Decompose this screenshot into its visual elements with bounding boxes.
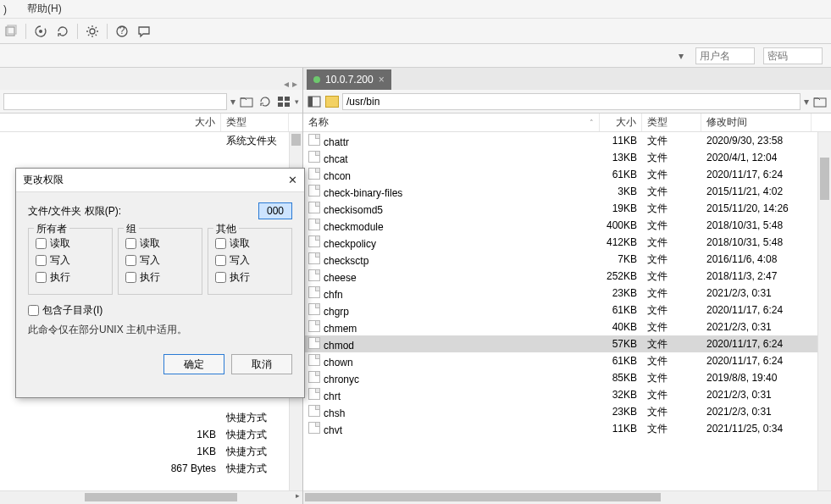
chat-icon[interactable] [136, 24, 152, 39]
file-size: 40KB [600, 321, 642, 333]
group-read-checkbox[interactable]: 读取 [125, 236, 195, 251]
ok-button[interactable]: 确定 [163, 354, 224, 374]
up-folder-icon[interactable] [239, 94, 254, 109]
username-input[interactable] [695, 47, 755, 64]
file-row[interactable]: chgrp 61KB 文件 2020/11/17, 6:24 [303, 302, 831, 318]
file-name: cheese [303, 269, 600, 284]
right-pane: 10.0.7.200 × ▾ 名称˄ 大小 类型 修改时间 chattr 11K… [303, 68, 831, 504]
item-size: 867 Bytes [162, 462, 221, 474]
file-name: chronyc [303, 371, 600, 385]
list-item[interactable]: 快捷方式 [0, 409, 289, 426]
file-size: 57KB [600, 338, 642, 350]
owner-write-checkbox[interactable]: 写入 [36, 253, 105, 268]
file-size: 61KB [600, 355, 642, 367]
file-row[interactable]: cheese 252KB 文件 2018/11/3, 2:47 [303, 268, 831, 285]
file-row[interactable]: chrt 32KB 文件 2021/2/3, 0:31 [303, 386, 831, 403]
file-name: chmod [303, 337, 600, 352]
list-item[interactable]: 867 Bytes 快捷方式 [0, 460, 289, 477]
right-col-type[interactable]: 类型 [642, 114, 701, 131]
right-h-scrollbar[interactable] [303, 490, 831, 504]
left-top-row[interactable]: 系统文件夹 [0, 132, 302, 149]
list-item[interactable]: 1KB 快捷方式 [0, 426, 289, 443]
file-type: 文件 [642, 235, 701, 250]
folder-icon [325, 96, 339, 108]
left-col-size[interactable]: 大小 [162, 114, 221, 131]
file-date: 2020/11/17, 6:24 [701, 169, 812, 180]
file-type: 文件 [642, 168, 701, 182]
file-row[interactable]: chcon 61KB 文件 2020/11/17, 6:24 [303, 166, 831, 183]
password-input[interactable] [763, 47, 823, 64]
file-row[interactable]: chcat 13KB 文件 2020/4/1, 12:04 [303, 149, 831, 166]
session-tab[interactable]: 10.0.7.200 × [307, 69, 391, 90]
permissions-input[interactable] [258, 202, 292, 219]
chevron-down-icon[interactable]: ▾ [295, 97, 299, 106]
cancel-button[interactable]: 取消 [231, 354, 292, 374]
file-row[interactable]: chsh 23KB 文件 2021/2/3, 0:31 [303, 403, 831, 420]
swirl-icon[interactable] [33, 24, 48, 39]
group-write-checkbox[interactable]: 写入 [125, 253, 195, 268]
right-list-body[interactable]: chattr 11KB 文件 2020/9/30, 23:58chcat 13K… [303, 132, 831, 490]
file-type: 文件 [642, 151, 701, 165]
left-tab-nav[interactable]: ◂▸ [0, 78, 302, 90]
owner-exec-checkbox[interactable]: 执行 [36, 270, 105, 285]
up-folder-icon[interactable] [812, 94, 828, 109]
menubar: ) 帮助(H) [0, 0, 831, 19]
file-type: 文件 [642, 388, 701, 402]
other-write-checkbox[interactable]: 写入 [215, 253, 285, 268]
chevron-down-icon[interactable]: ▾ [230, 96, 235, 108]
menu-item-partial[interactable]: ) [3, 3, 17, 15]
right-path-input[interactable] [342, 93, 801, 110]
file-row[interactable]: chown 61KB 文件 2020/11/17, 6:24 [303, 352, 831, 369]
file-icon [308, 388, 320, 400]
file-row[interactable]: chronyc 85KB 文件 2019/8/8, 19:40 [303, 369, 831, 386]
host-dropdown-icon[interactable]: ▾ [675, 50, 687, 62]
file-icon [308, 235, 320, 247]
toolbar-icon-1[interactable] [3, 24, 19, 39]
help-icon[interactable]: ? [114, 24, 130, 39]
file-icon [308, 303, 320, 315]
file-row[interactable]: checksctp 7KB 文件 2016/11/6, 4:08 [303, 251, 831, 268]
include-subdir-checkbox[interactable]: 包含子目录(I) [28, 303, 292, 318]
file-row[interactable]: checkmodule 400KB 文件 2018/10/31, 5:48 [303, 217, 831, 234]
file-row[interactable]: chmem 40KB 文件 2021/2/3, 0:31 [303, 318, 831, 335]
file-row[interactable]: check-binary-files 3KB 文件 2015/11/21, 4:… [303, 183, 831, 200]
list-item[interactable]: 1KB 快捷方式 [0, 443, 289, 460]
other-read-checkbox[interactable]: 读取 [215, 236, 285, 251]
refresh-icon[interactable] [55, 24, 70, 39]
file-row[interactable]: chfn 23KB 文件 2021/2/3, 0:31 [303, 285, 831, 302]
left-path-input[interactable] [3, 93, 227, 110]
file-row[interactable]: checkpolicy 412KB 文件 2018/10/31, 5:48 [303, 234, 831, 251]
right-col-name[interactable]: 名称˄ [303, 114, 600, 131]
close-icon[interactable]: ✕ [288, 174, 297, 186]
file-date: 2020/11/17, 6:24 [701, 304, 812, 316]
group-group-title: 组 [124, 222, 139, 236]
other-group: 其他 读取 写入 执行 [208, 228, 292, 295]
group-exec-checkbox[interactable]: 执行 [125, 270, 195, 285]
file-name: checkmodule [303, 219, 600, 233]
left-h-scrollbar[interactable]: ▸ [0, 490, 302, 504]
menu-item-help[interactable]: 帮助(H) [27, 2, 62, 16]
toolbar-separator [107, 24, 108, 39]
file-type: 文件 [642, 202, 701, 216]
right-col-date[interactable]: 修改时间 [701, 114, 812, 131]
view-mode-icon[interactable] [276, 94, 291, 109]
dialog-titlebar[interactable]: 更改权限 ✕ [16, 169, 304, 192]
file-row[interactable]: checkisomd5 19KB 文件 2015/11/20, 14:26 [303, 200, 831, 217]
close-tab-icon[interactable]: × [379, 74, 385, 86]
left-col-type[interactable]: 类型 [221, 114, 289, 131]
owner-read-checkbox[interactable]: 读取 [36, 236, 105, 251]
other-exec-checkbox[interactable]: 执行 [215, 270, 285, 285]
file-name: chgrp [303, 303, 600, 318]
file-size: 85KB [600, 372, 642, 384]
file-type: 文件 [642, 320, 701, 335]
file-row[interactable]: chmod 57KB 文件 2020/11/17, 6:24 [303, 335, 831, 352]
right-col-size[interactable]: 大小 [600, 114, 642, 131]
panel-toggle-icon[interactable] [307, 94, 322, 109]
file-row[interactable]: chvt 11KB 文件 2021/11/25, 0:34 [303, 420, 831, 437]
status-dot-icon [313, 76, 320, 83]
gear-icon[interactable] [85, 24, 100, 39]
right-scrollbar[interactable] [817, 132, 831, 490]
file-row[interactable]: chattr 11KB 文件 2020/9/30, 23:58 [303, 132, 831, 149]
reload-icon[interactable] [258, 94, 273, 109]
chevron-down-icon[interactable]: ▾ [804, 96, 809, 108]
